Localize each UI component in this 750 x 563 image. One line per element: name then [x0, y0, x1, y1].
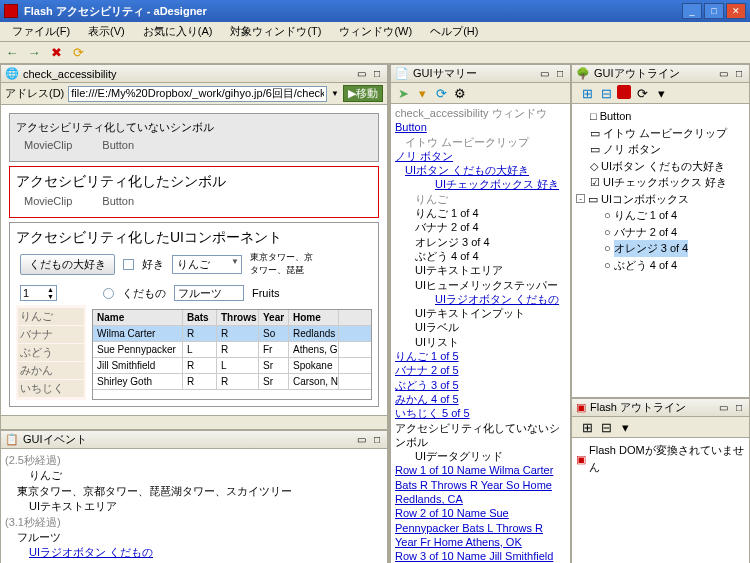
tree-item[interactable]: □Button [576, 108, 745, 125]
fruit-combo[interactable]: りんご [172, 255, 242, 274]
minimize-pane-icon[interactable]: ▭ [355, 434, 367, 446]
column-header[interactable]: Throws [217, 310, 259, 325]
fruit-text-input[interactable] [174, 285, 244, 301]
menu-target-window[interactable]: 対象ウィンドウ(T) [222, 22, 329, 41]
forward-icon[interactable]: → [26, 45, 42, 61]
tree-item[interactable]: ○オレンジ 3 of 4 [590, 240, 745, 257]
menu-icon[interactable]: ▾ [617, 419, 633, 435]
menu-file[interactable]: ファイル(F) [4, 22, 78, 41]
tree-item[interactable]: ▭イトウ ムービークリップ [576, 125, 745, 142]
dropdown-icon[interactable]: ▼ [331, 89, 339, 98]
summary-item[interactable]: いちじく 5 of 5 [393, 406, 568, 420]
summary-item[interactable]: ぶどう 3 of 5 [393, 378, 568, 392]
pane-control-icon[interactable]: □ [733, 68, 745, 80]
summary-item[interactable]: Row 2 of 10 Name Sue Pennypacker Bats L … [393, 506, 568, 549]
list-item[interactable]: ぶどう [18, 344, 84, 361]
tree-item[interactable]: ○ぶどう 4 of 4 [590, 257, 745, 274]
numeric-stepper[interactable]: ▲▼ [20, 285, 57, 301]
minimize-button[interactable]: _ [682, 3, 702, 19]
summary-item[interactable]: Row 1 of 10 Name Wilma Carter Bats R Thr… [393, 463, 568, 506]
menu-help[interactable]: ヘルプ(H) [422, 22, 486, 41]
column-header[interactable]: Year [259, 310, 289, 325]
rhs-text: 東京タワー、京 タワー、琵琶 [250, 251, 313, 277]
scrollbar[interactable] [1, 415, 387, 429]
pane-control-icon[interactable]: ▭ [717, 68, 729, 80]
tree-item[interactable]: ○りんご 1 of 4 [590, 207, 745, 224]
tree-item[interactable]: ◇UIボタン くだもの大好き [576, 158, 745, 175]
summary-item[interactable]: バナナ 2 of 5 [393, 363, 568, 377]
summary-panel-title: GUIサマリー [413, 66, 477, 81]
event-line[interactable]: UIラジオボタン くだもの [5, 545, 383, 560]
titlebar: Flash アクセシビリティ - aDesigner _ □ ✕ [0, 0, 750, 22]
expand-icon[interactable]: ⊞ [579, 419, 595, 435]
summary-item: アクセシビリティ化していないシンボル [393, 421, 568, 450]
alert-icon[interactable] [617, 85, 631, 99]
fruit-list[interactable]: りんごバナナぶどうみかんいちじく [16, 305, 86, 400]
collapse-icon[interactable]: ⊟ [598, 419, 614, 435]
outline-tree[interactable]: □Button▭イトウ ムービークリップ▭ノリ ボタン◇UIボタン くだもの大好… [572, 104, 749, 277]
summary-item[interactable]: ノリ ボタン [393, 149, 568, 163]
pane-control-icon[interactable]: □ [733, 402, 745, 414]
menu-favorites[interactable]: お気に入り(A) [135, 22, 221, 41]
list-item[interactable]: りんご [18, 308, 84, 325]
outline-toolbar: ⊞ ⊟ ⟳ ▾ [572, 83, 749, 104]
summary-item: ぶどう 4 of 4 [393, 249, 568, 263]
node-icon: ○ [604, 240, 611, 257]
summary-item[interactable]: Row 3 of 10 Name Jill Smithfield Bats R … [393, 549, 568, 563]
tree-item[interactable]: ▭ノリ ボタン [576, 141, 745, 158]
pane-control-icon[interactable]: □ [554, 68, 566, 80]
column-header[interactable]: Bats [183, 310, 217, 325]
menu-windows[interactable]: ウィンドウ(W) [331, 22, 420, 41]
list-item[interactable]: みかん [18, 362, 84, 379]
tree-item[interactable]: ☑UIチェックボックス 好き [576, 174, 745, 191]
summary-item[interactable]: Button [393, 120, 568, 134]
summary-item[interactable]: みかん 4 of 5 [393, 392, 568, 406]
stop-icon[interactable]: ✖ [48, 45, 64, 61]
table-row[interactable]: Jill SmithfieldRLSrSpokane [93, 358, 371, 374]
data-grid[interactable]: NameBatsThrowsYearHome Wilma CarterRRSoR… [92, 309, 372, 400]
summary-item[interactable]: UIボタン くだもの大好き [393, 163, 568, 177]
tool-icon[interactable]: ➤ [395, 85, 411, 101]
refresh-icon[interactable]: ⟳ [634, 85, 650, 101]
table-row[interactable]: Wilma CarterRRSoRedlands [93, 326, 371, 342]
tree-item[interactable]: ○バナナ 2 of 4 [590, 224, 745, 241]
expander-icon[interactable]: - [576, 194, 585, 203]
address-input[interactable] [68, 86, 327, 102]
events-list[interactable]: (2.5秒経過)りんご東京タワー、京都タワー、琵琶湖タワー、スカイツリーUIテキ… [1, 449, 387, 563]
maximize-pane-icon[interactable]: □ [371, 68, 383, 80]
collapse-icon[interactable]: ⊟ [598, 85, 614, 101]
fruit-radio[interactable] [103, 288, 114, 299]
browser-content: アクセシビリティ化していないシンボル MovieClipButton アクセシビ… [1, 105, 387, 415]
back-icon[interactable]: ← [4, 45, 20, 61]
refresh-icon[interactable]: ⟳ [70, 45, 86, 61]
summary-item[interactable]: UIチェックボックス 好き [393, 177, 568, 191]
list-item[interactable]: いちじく [18, 380, 84, 397]
table-row[interactable]: Shirley GothRRSrCarson, N [93, 374, 371, 390]
minimize-pane-icon[interactable]: ▭ [355, 68, 367, 80]
column-header[interactable]: Name [93, 310, 183, 325]
pane-control-icon[interactable]: ▭ [717, 402, 729, 414]
tree-item[interactable]: -▭UIコンボボックス [576, 191, 745, 208]
go-button[interactable]: ▶ 移動 [343, 85, 383, 102]
summary-item[interactable]: りんご 1 of 5 [393, 349, 568, 363]
expand-icon[interactable]: ⊞ [579, 85, 595, 101]
favorite-button[interactable]: くだもの大好き [20, 254, 115, 275]
menu-view[interactable]: 表示(V) [80, 22, 133, 41]
list-item[interactable]: バナナ [18, 326, 84, 343]
tree-label: UIコンボボックス [601, 191, 689, 208]
flash-outline-message: Flash DOMが変換されていません [589, 442, 745, 475]
table-row[interactable]: Sue PennypackerLRFrAthens, G [93, 342, 371, 358]
maximize-pane-icon[interactable]: □ [371, 434, 383, 446]
close-button[interactable]: ✕ [726, 3, 746, 19]
tool-icon[interactable]: ▾ [414, 85, 430, 101]
tool-icon[interactable]: ⚙ [452, 85, 468, 101]
column-header[interactable]: Home [289, 310, 339, 325]
summary-item: UIヒューメリックステッパー [393, 278, 568, 292]
maximize-button[interactable]: □ [704, 3, 724, 19]
menu-icon[interactable]: ▾ [653, 85, 669, 101]
summary-item[interactable]: UIラジオボタン くだもの [393, 292, 568, 306]
pane-control-icon[interactable]: ▭ [538, 68, 550, 80]
summary-list[interactable]: check_accessibility ウィンドウ Buttonイトウ ムービー… [391, 104, 570, 563]
tool-icon[interactable]: ⟳ [433, 85, 449, 101]
like-checkbox[interactable] [123, 259, 134, 270]
